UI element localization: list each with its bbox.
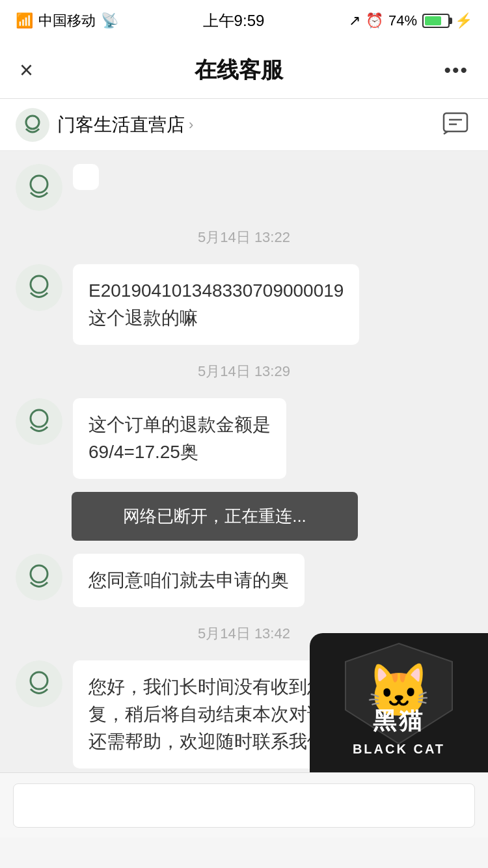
avatar-icon [25, 173, 53, 202]
more-button[interactable]: ••• [444, 59, 468, 81]
location-icon: ↗ [349, 12, 360, 29]
status-time: 上午9:59 [203, 10, 265, 31]
avatar-icon-2 [25, 407, 53, 436]
store-bar: 门客生活直营店 › [0, 99, 488, 151]
battery-fill [425, 16, 441, 25]
black-cat-english: BLACK CAT [353, 742, 445, 757]
partial-bubble [73, 164, 99, 190]
message-input[interactable] [13, 783, 475, 828]
status-bar: 📶 中国移动 📡 上午9:59 ↗ ⏰ 74% ⚡ [0, 0, 488, 42]
page-title: 在线客服 [195, 55, 283, 85]
message-row-4: 您同意咱们就去申请的奥 [0, 547, 488, 614]
chat-icon [441, 111, 470, 139]
message-row-1: E201904101348330709000019 这个退款的嘛 [0, 258, 488, 351]
store-logo [16, 108, 49, 142]
avatar-5 [16, 660, 62, 707]
network-toast: 网络已断开，正在重连... [72, 492, 358, 541]
charge-icon: ⚡ [455, 12, 472, 29]
partial-message-row [0, 164, 488, 217]
svg-point-7 [31, 565, 47, 582]
alarm-icon: ⏰ [366, 12, 383, 29]
battery-icon [422, 14, 450, 28]
signal-icon: 📶 [16, 12, 33, 29]
bubble-4: 您同意咱们就去申请的奥 [73, 554, 305, 607]
avatar-icon-4 [25, 563, 53, 591]
store-logo-icon [21, 113, 44, 137]
black-cat-watermark: 🐱 黑猫 BLACK CAT [310, 633, 488, 772]
avatar-1 [16, 264, 62, 311]
store-chevron-icon: › [189, 116, 193, 133]
cat-icon-area: 🐱 黑猫 BLACK CAT [310, 633, 488, 763]
avatar-icon-1 [25, 273, 53, 302]
timestamp-1: 5月14日 13:22 [0, 228, 488, 247]
avatar-icon-5 [25, 670, 53, 698]
store-left[interactable]: 门客生活直营店 › [16, 108, 193, 142]
chat-area: 5月14日 13:22 E201904101348330709000019 这个… [0, 151, 488, 837]
svg-rect-1 [444, 113, 467, 131]
avatar-4 [16, 554, 62, 601]
black-cat-chinese: 黑猫 [373, 705, 425, 737]
message-row-2: 这个订单的退款金额是 69/4=17.25奥 [0, 392, 488, 485]
bubble-2: 这个订单的退款金额是 69/4=17.25奥 [73, 398, 286, 479]
svg-point-0 [26, 116, 39, 129]
wifi-icon: 📡 [101, 12, 118, 29]
status-left: 📶 中国移动 📡 [16, 11, 118, 31]
store-name-label[interactable]: 门客生活直营店 › [57, 113, 193, 137]
input-bar [0, 772, 488, 837]
carrier-label: 中国移动 [38, 11, 96, 31]
svg-point-8 [31, 672, 47, 689]
timestamp-2: 5月14日 13:29 [0, 362, 488, 381]
status-right: ↗ ⏰ 74% ⚡ [349, 12, 472, 29]
battery-percent: 74% [388, 12, 417, 29]
avatar-2 [16, 398, 62, 445]
nav-bar: × 在线客服 ••• [0, 42, 488, 99]
store-chat-button[interactable] [439, 108, 472, 142]
svg-point-4 [31, 176, 47, 193]
close-button[interactable]: × [20, 57, 33, 84]
bubble-1: E201904101348330709000019 这个退款的嘛 [73, 264, 359, 345]
svg-point-6 [31, 410, 47, 427]
avatar [16, 164, 62, 211]
svg-point-5 [31, 276, 47, 293]
